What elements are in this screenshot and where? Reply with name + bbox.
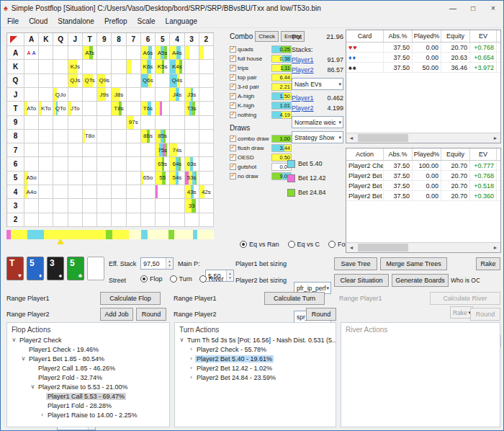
- matrix-cell-74[interactable]: 74s: [170, 143, 184, 157]
- matrix-cell-k9[interactable]: [97, 60, 112, 74]
- matrix-cell-2q[interactable]: [53, 213, 68, 227]
- matrix-cell-8a[interactable]: [24, 130, 39, 143]
- matrix-cell-qa[interactable]: [24, 74, 39, 88]
- matrix-cell-q8[interactable]: [112, 74, 126, 88]
- draw-checkbox-combo-draw[interactable]: [230, 135, 236, 142]
- flop-node-5[interactable]: ∨Player2 Raise to 5.53 - 21.00%: [7, 382, 169, 391]
- matrix-cell-78[interactable]: [112, 143, 126, 157]
- matrix-cell-9j[interactable]: [68, 116, 83, 130]
- matrix-cell-ka[interactable]: [24, 60, 39, 74]
- turn-node-2[interactable]: ›Player2 Bet 5.40 - 19.61%: [175, 354, 336, 363]
- matrix-cell-35[interactable]: [156, 199, 170, 213]
- matrix-cell-67[interactable]: [127, 157, 141, 171]
- matrix-cell-t9[interactable]: [97, 102, 112, 115]
- matrix-cell-82[interactable]: [199, 130, 214, 143]
- matrix-cell-92[interactable]: [199, 116, 214, 130]
- street-option-turn[interactable]: Turn: [170, 275, 192, 283]
- action-table-scroll-thumb[interactable]: [358, 244, 408, 252]
- matrix-cell-94[interactable]: [170, 116, 184, 130]
- matrix-cell-59[interactable]: [97, 172, 112, 185]
- menu-item-preflop[interactable]: Preflop: [99, 15, 132, 27]
- tree-expand-icon[interactable]: ›: [38, 412, 46, 418]
- tree-expand-icon[interactable]: ›: [187, 365, 195, 371]
- draw-checkbox-oesd[interactable]: [230, 154, 236, 161]
- matrix-cell-a3[interactable]: [185, 46, 199, 60]
- board-card-3[interactable]: 3♠: [47, 257, 64, 280]
- matrix-cell-43[interactable]: 43s: [185, 185, 199, 199]
- save-tree-button[interactable]: Save Tree: [334, 257, 377, 270]
- menu-item-file[interactable]: File: [2, 15, 24, 27]
- matrix-cell-q5[interactable]: [156, 74, 170, 88]
- matrix-cell-38[interactable]: [112, 199, 126, 213]
- matrix-cell-aq[interactable]: [53, 46, 68, 60]
- board-card-1[interactable]: T♥: [6, 257, 24, 280]
- matrix-cell-39[interactable]: [97, 199, 112, 213]
- matrix-cell-75[interactable]: 75s: [156, 143, 170, 157]
- flop-node-4[interactable]: Player2 Fold - 32.74%: [7, 373, 169, 382]
- matrix-cell-62[interactable]: [199, 157, 214, 171]
- matrix-cell-jq[interactable]: QJo: [53, 88, 68, 102]
- matrix-cell-58[interactable]: [112, 172, 126, 185]
- matrix-cell-65[interactable]: 65s: [156, 157, 170, 171]
- matrix-cell-j8[interactable]: J8s: [112, 88, 126, 102]
- hand-table-row-2[interactable]: ♠♠37.5050.0036.46+3.972: [346, 63, 500, 73]
- matrix-cell-3t[interactable]: [83, 199, 97, 213]
- matrix-cell-tk[interactable]: KTo: [39, 102, 53, 115]
- calculate-turn-button[interactable]: Calculate Turn: [264, 292, 325, 305]
- matrix-cell-q3[interactable]: [185, 74, 199, 88]
- matrix-cell-66[interactable]: [141, 157, 156, 171]
- matrix-cell-73[interactable]: [185, 143, 199, 157]
- turn-node-4[interactable]: ›Player2 Bet 24.84 - 23.59%: [175, 373, 336, 382]
- matrix-cell-84[interactable]: [170, 130, 184, 143]
- nash-evs-dropdown[interactable]: Nash EVs: [292, 78, 343, 90]
- matrix-cell-ja[interactable]: [24, 88, 39, 102]
- matrix-cell-2a[interactable]: [24, 213, 39, 227]
- normalize-dropdown[interactable]: Normalize weic: [292, 116, 343, 128]
- matrix-cell-8k[interactable]: [39, 130, 53, 143]
- matrix-cell-97[interactable]: 97s: [127, 116, 141, 130]
- matrix-cell-33[interactable]: 33: [185, 199, 199, 213]
- combo-checkbox-full-house[interactable]: [230, 55, 236, 62]
- ev-link-player1[interactable]: Player1: [292, 94, 314, 102]
- matrix-cell-95[interactable]: [156, 116, 170, 130]
- matrix-cell-t8[interactable]: T8s: [112, 102, 126, 115]
- tree-expand-icon[interactable]: ›: [187, 374, 195, 381]
- action-table-row-0[interactable]: Player2 Check37.50100.0020.70+0.777: [346, 161, 500, 171]
- turn-node-1[interactable]: ›Player2 Check - 55.78%: [175, 345, 336, 354]
- matrix-cell-a6[interactable]: A6s: [141, 46, 156, 60]
- matrix-cell-ta[interactable]: ATo: [24, 102, 39, 115]
- matrix-cell-85[interactable]: 85s: [156, 130, 170, 143]
- matrix-cell-64[interactable]: 64s: [170, 157, 184, 171]
- matrix-cell-j2[interactable]: [199, 88, 214, 102]
- matrix-cell-48[interactable]: [112, 185, 126, 199]
- flop-node-8[interactable]: ›Player1 Raise to 14.00 - 2.25%: [7, 410, 169, 419]
- stack-link-player2[interactable]: Player2: [292, 66, 314, 74]
- eff-stack-input[interactable]: 97,50: [140, 257, 174, 270]
- action-table-row-1[interactable]: Player2 Bet 5.4037.500.0020.70+0.768: [346, 171, 500, 181]
- scroll-right-icon[interactable]: ►: [490, 243, 500, 252]
- matrix-cell-23[interactable]: [185, 213, 199, 227]
- combo-checkbox-k-high[interactable]: [230, 102, 236, 109]
- draw-checkbox-no-draw[interactable]: [230, 173, 236, 179]
- matrix-cell-9k[interactable]: [39, 116, 53, 130]
- hand-table-row-0[interactable]: ♥♥37.500.0020.70+0.768: [346, 43, 500, 53]
- combo-checkbox-quads[interactable]: [230, 46, 236, 53]
- turn-node-0[interactable]: ∨Turn Th 5d 3s 5s [Pot: 16.56] - Nash Di…: [175, 335, 336, 345]
- matrix-cell-47[interactable]: [127, 185, 141, 199]
- street-option-flop[interactable]: Flop: [140, 275, 163, 283]
- matrix-cell-ak[interactable]: [39, 46, 53, 60]
- matrix-cell-j3[interactable]: J3s: [185, 88, 199, 102]
- flop-node-2[interactable]: ∨Player1 Bet 1.85 - 80.54%: [7, 354, 169, 363]
- matrix-cell-55[interactable]: 55: [156, 172, 170, 185]
- action-table-col-equity[interactable]: Equity: [441, 148, 470, 160]
- matrix-cell-42[interactable]: 42s: [199, 185, 214, 199]
- matrix-cell-9q[interactable]: [53, 116, 68, 130]
- matrix-cell-25[interactable]: [156, 213, 170, 227]
- matrix-cell-4j[interactable]: [68, 185, 83, 199]
- flop-node-6[interactable]: Player1 Call 5.53 - 69.47%: [7, 391, 169, 401]
- matrix-cell-28[interactable]: [112, 213, 126, 227]
- matrix-cell-k4[interactable]: K4s: [170, 60, 184, 74]
- matrix-cell-qj[interactable]: QJs: [68, 74, 83, 88]
- matrix-cell-6k[interactable]: [39, 157, 53, 171]
- strategy-show-dropdown[interactable]: Strategy Show: [292, 131, 343, 143]
